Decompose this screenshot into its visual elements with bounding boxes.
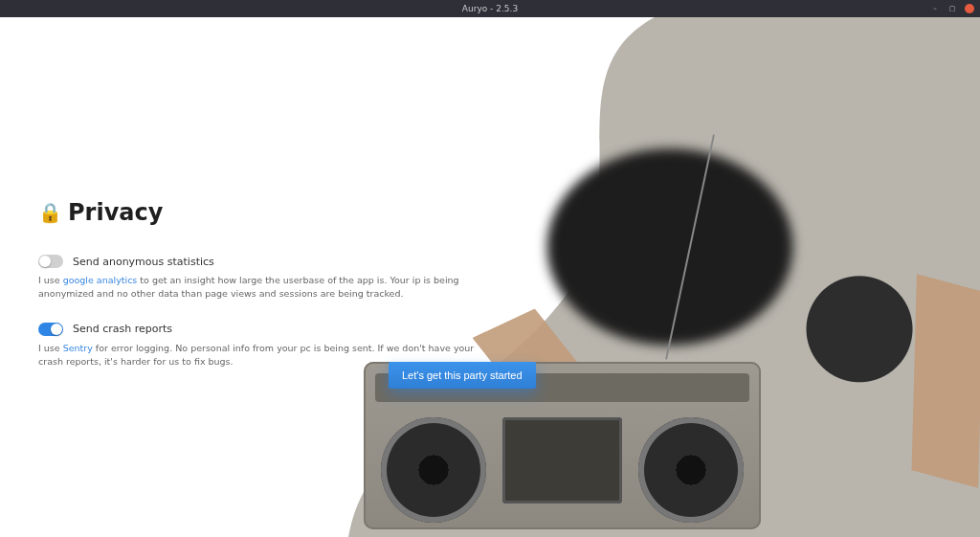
hero-person <box>526 132 813 362</box>
setting-description: I use google analytics to get an insight… <box>38 274 498 302</box>
minimize-icon[interactable]: – <box>930 4 940 13</box>
setting-anonymous-stats: Send anonymous statistics I use google a… <box>38 255 498 302</box>
app-window: 🔒 Privacy Send anonymous statistics I us… <box>0 17 980 537</box>
lock-icon: 🔒 <box>38 201 62 224</box>
window-controls: – ▢ <box>930 0 974 17</box>
continue-button[interactable]: Let's get this party started <box>389 362 536 389</box>
link-google-analytics[interactable]: google analytics <box>63 275 138 285</box>
toggle-label: Send crash reports <box>73 323 172 335</box>
window-title: Auryo - 2.5.3 <box>462 4 518 13</box>
toggle-crash-reports[interactable] <box>38 323 63 336</box>
toggle-label: Send anonymous statistics <box>73 256 214 268</box>
page-title: 🔒 Privacy <box>38 199 498 226</box>
maximize-icon[interactable]: ▢ <box>947 4 957 13</box>
toggle-anonymous-stats[interactable] <box>38 255 63 268</box>
link-sentry[interactable]: Sentry <box>63 343 93 353</box>
titlebar: Auryo - 2.5.3 – ▢ <box>0 0 980 17</box>
page-heading-text: Privacy <box>68 199 163 226</box>
close-icon[interactable] <box>965 4 974 13</box>
